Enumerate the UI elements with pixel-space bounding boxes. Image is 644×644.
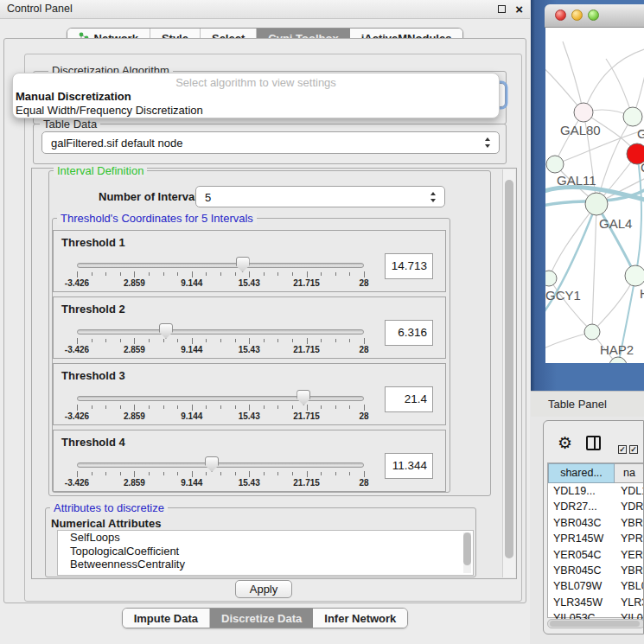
cell-name[interactable]: YBR0 <box>615 563 644 578</box>
cell-name[interactable]: YLR3 <box>615 595 644 610</box>
threshold-slider-track[interactable] <box>77 263 364 268</box>
attribute-list-item[interactable]: BetweennessCentrality <box>58 558 473 571</box>
network-node-label: GAL80 <box>560 123 601 137</box>
apply-button[interactable]: Apply <box>235 580 292 598</box>
checkbox-icon[interactable]: ✓ <box>629 445 638 454</box>
table-row[interactable]: YER054CYER0 <box>548 547 644 563</box>
numerical-attributes-list[interactable]: SelfLoopsTopologicalCoefficientBetweenne… <box>57 530 474 576</box>
table-row[interactable]: YBL079WYBL0 <box>548 578 644 594</box>
tick-mark <box>206 472 207 475</box>
tick-mark <box>277 339 278 342</box>
threshold-slider-track[interactable] <box>77 396 364 401</box>
cell-shared-name[interactable]: YDR27... <box>548 499 615 514</box>
tick-mark <box>335 405 336 409</box>
tab-infer-network[interactable]: Infer Network <box>313 609 407 628</box>
threshold-value-field[interactable]: 6.316 <box>385 320 433 346</box>
cell-name[interactable]: YER0 <box>615 547 644 563</box>
numerical-attributes-label: Numerical Attributes <box>51 517 161 530</box>
cell-shared-name[interactable]: YLR345W <box>548 595 615 610</box>
threshold-label: Threshold 4 <box>61 436 125 449</box>
popup-item-equal-width-frequency[interactable]: Equal Width/Frequency Discretization <box>13 104 499 118</box>
cell-shared-name[interactable]: YER054C <box>548 547 615 563</box>
tick-mark <box>349 472 350 475</box>
close-icon[interactable]: × <box>515 1 523 18</box>
tick-mark <box>349 405 350 409</box>
column-header-shared-name[interactable]: shared... <box>548 463 615 483</box>
checkbox-icon[interactable]: ✓ <box>618 445 627 454</box>
tick-mark <box>349 272 350 276</box>
network-edge[interactable] <box>549 204 596 278</box>
network-edge[interactable] <box>592 204 596 332</box>
network-node-hap2[interactable] <box>584 324 600 340</box>
tick-mark <box>134 471 135 477</box>
network-node-gal11[interactable] <box>546 156 564 173</box>
scrollbar-thumb[interactable] <box>505 180 513 558</box>
network-canvas[interactable]: GAL80GCGAL11GAL4GCY1HHAP2 <box>545 28 644 363</box>
cell-shared-name[interactable]: YPR145W <box>548 531 615 546</box>
table-row[interactable]: YPR145WYPR1 <box>548 531 644 546</box>
network-node-gal4[interactable] <box>585 193 608 215</box>
network-node-g[interactable] <box>623 107 642 126</box>
cell-name[interactable]: YBL0 <box>615 578 644 594</box>
network-edge[interactable] <box>596 204 635 276</box>
network-node-gcy1[interactable] <box>545 271 557 286</box>
slider-thumb-icon[interactable] <box>159 323 173 339</box>
mac-zoom-button[interactable] <box>588 10 599 21</box>
table-row[interactable]: YDL19...YDL1 <box>548 483 644 499</box>
tick-mark <box>120 472 121 475</box>
tick-mark <box>307 405 308 411</box>
network-edge[interactable] <box>549 278 592 332</box>
cell-name[interactable]: YDR2 <box>615 499 644 514</box>
algorithm-dropdown-popup: Select algorithm to view settings Manual… <box>12 73 500 118</box>
cell-shared-name[interactable]: YBL079W <box>548 578 615 594</box>
float-window-icon[interactable] <box>498 5 506 13</box>
slider-thumb-icon[interactable] <box>236 257 250 272</box>
cell-name[interactable]: YDL1 <box>615 483 644 499</box>
attribute-list-item[interactable]: SelfLoops <box>58 531 473 545</box>
number-of-intervals-value: 5 <box>205 190 211 203</box>
slider-thumb-icon[interactable] <box>296 390 310 405</box>
tick-label: 21.715 <box>281 478 333 488</box>
scrollbar-thumb[interactable] <box>550 621 640 627</box>
column-header-name[interactable]: na <box>615 463 644 483</box>
cell-shared-name[interactable]: YBR045C <box>548 563 615 578</box>
network-window-titlebar[interactable] <box>545 4 644 28</box>
list-vertical-scrollbar[interactable] <box>463 532 471 573</box>
number-of-intervals-combobox[interactable]: 5 <box>195 186 445 207</box>
tick-mark <box>335 472 336 475</box>
network-node-h[interactable] <box>625 265 644 286</box>
threshold-value-field[interactable]: 11.344 <box>385 453 433 479</box>
node-attribute-table[interactable]: shared... na YDL19...YDL1YDR27...YDR2YBR… <box>547 462 644 618</box>
tab-impute-data[interactable]: Impute Data <box>123 609 210 628</box>
tick-mark <box>105 472 106 475</box>
mac-minimize-button[interactable] <box>571 10 583 21</box>
table-row[interactable]: YDR27...YDR2 <box>548 499 644 514</box>
popup-item-manual-discretization[interactable]: Manual Discretization <box>13 90 499 104</box>
mac-close-button[interactable] <box>555 10 566 21</box>
tab-discretize-data[interactable]: Discretize Data <box>210 609 313 628</box>
tick-mark <box>307 338 308 344</box>
table-row[interactable]: YBR045CYBR0 <box>548 563 644 578</box>
table-row[interactable]: YBR043CYBR0 <box>548 515 644 531</box>
network-node-gal80[interactable] <box>574 103 593 122</box>
cell-shared-name[interactable]: YDL19... <box>548 483 615 499</box>
threshold-value-field[interactable]: 21.4 <box>385 386 433 412</box>
gear-icon[interactable]: ⚙ <box>558 435 572 451</box>
table-horizontal-scrollbar[interactable] <box>547 619 644 628</box>
threshold-slider-track[interactable] <box>77 329 364 335</box>
algorithm-placeholder: Select algorithm to view settings <box>13 76 499 90</box>
panel-vertical-scrollbar[interactable] <box>502 169 515 577</box>
threshold-value-field[interactable]: 14.713 <box>385 253 433 279</box>
cell-name[interactable]: YPR1 <box>615 531 644 546</box>
threshold-slider-track[interactable] <box>77 462 364 468</box>
table-data-combobox[interactable]: galFiltered.sif default node <box>41 131 500 154</box>
column-chooser-icon[interactable] <box>586 436 601 450</box>
table-row[interactable]: YLR345WYLR3 <box>548 595 644 610</box>
scrollbar-thumb[interactable] <box>463 532 471 565</box>
network-edge[interactable] <box>563 41 583 112</box>
cell-name[interactable]: YBR0 <box>615 515 644 531</box>
attribute-list-item[interactable]: TopologicalCoefficient <box>58 545 473 558</box>
cell-shared-name[interactable]: YBR043C <box>548 515 615 531</box>
network-edge[interactable] <box>583 49 644 112</box>
slider-thumb-icon[interactable] <box>205 456 219 472</box>
